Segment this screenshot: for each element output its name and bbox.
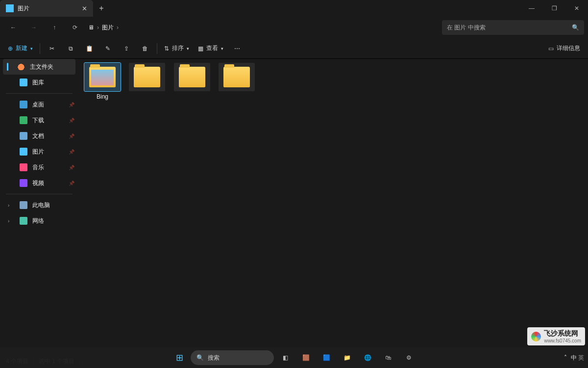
sidebar-item-music[interactable]: 音乐📌 [0, 159, 78, 175]
close-button[interactable]: ✕ [565, 0, 588, 17]
search-placeholder: 在 图片 中搜索 [447, 24, 486, 32]
folder-item[interactable] [172, 63, 212, 91]
status-bar: 4 个项目 选中 1 个项目 ☰ Bing 属性 ✕ 常规 共享 安全 以前的版… [0, 354, 588, 368]
tab-pictures[interactable]: 图片 ✕ [0, 0, 93, 17]
copy-icon: ⧉ [69, 45, 73, 52]
details-pane-button[interactable]: ▭ 详细信息 [544, 41, 584, 56]
share-icon: ⇪ [124, 45, 129, 52]
chevron-down-icon: ▾ [221, 46, 223, 51]
new-button[interactable]: ⊕ 新建 ▾ [4, 41, 37, 56]
nav-up-button[interactable]: ↑ [45, 20, 64, 35]
pictures-icon [6, 4, 14, 12]
pin-icon: 📌 [69, 149, 74, 155]
start-button[interactable]: ⊞ [170, 348, 189, 367]
nav-refresh-button[interactable]: ⟳ [66, 20, 84, 35]
more-button[interactable]: ⋯ [228, 41, 246, 56]
breadcrumb[interactable]: 🖥 › 图片 › [88, 24, 119, 32]
documents-icon [20, 132, 27, 140]
tray-chevron-icon[interactable]: ˄ [564, 354, 567, 361]
pictures-icon [20, 148, 27, 156]
sidebar-item-downloads[interactable]: 下载📌 [0, 112, 78, 128]
taskbar-search[interactable]: 🔍 搜索 [191, 350, 274, 365]
sidebar-item-documents[interactable]: 文档📌 [0, 128, 78, 144]
download-icon [20, 116, 27, 124]
folder-grid[interactable]: Bing [78, 59, 588, 354]
video-icon [20, 179, 27, 187]
details-icon: ▭ [548, 45, 554, 52]
minimize-button[interactable]: — [520, 0, 543, 17]
search-icon: 🔍 [196, 354, 204, 361]
nav-back-button[interactable]: ← [4, 20, 23, 35]
rename-button[interactable]: ✎ [99, 41, 117, 56]
taskbar-store[interactable]: 🛍 [379, 348, 397, 367]
chevron-right-icon: › [8, 218, 13, 224]
breadcrumb-seg[interactable]: 图片 [102, 24, 114, 32]
taskbar-app[interactable]: 🟦 [317, 348, 336, 367]
sidebar-item-desktop[interactable]: 桌面📌 [0, 97, 78, 112]
monitor-icon: 🖥 [88, 24, 94, 31]
plus-circle-icon: ⊕ [8, 45, 13, 52]
pin-icon: 📌 [69, 181, 74, 186]
separator [40, 43, 40, 54]
taskbar: ⊞ 🔍 搜索 ◧ 🟫 🟦 📁 🌐 🛍 ⚙ ˄ 中 英 [0, 347, 588, 368]
separator [157, 43, 157, 54]
folder-item[interactable] [217, 63, 257, 91]
sidebar-item-home[interactable]: 主文件夹 [3, 59, 75, 75]
taskbar-app[interactable]: 🟫 [296, 348, 315, 367]
taskbar-settings[interactable]: ⚙ [399, 348, 418, 367]
maximize-button[interactable]: ❐ [543, 0, 565, 17]
pin-icon: 📌 [69, 133, 74, 139]
music-icon [20, 163, 27, 171]
sort-button[interactable]: ⇅ 排序 ▾ [160, 41, 193, 56]
sidebar-item-gallery[interactable]: 图库 [0, 75, 78, 90]
folder-item[interactable] [127, 63, 167, 91]
tab-close-icon[interactable]: ✕ [82, 5, 87, 12]
view-button[interactable]: ▦ 查看 ▾ [194, 41, 227, 56]
view-icon: ▦ [198, 45, 203, 52]
search-input[interactable]: 在 图片 中搜索 🔍 [442, 20, 584, 35]
desktop-icon [20, 101, 27, 108]
windows-icon: ⊞ [176, 352, 183, 363]
watermark: 飞沙系统网 www.fs0745.com [527, 327, 585, 345]
paste-button[interactable]: 📋 [80, 41, 98, 56]
rename-icon: ✎ [105, 45, 110, 52]
taskbar-edge[interactable]: 🌐 [358, 348, 377, 367]
pin-icon: 📌 [69, 118, 74, 123]
share-button[interactable]: ⇪ [118, 41, 135, 56]
sidebar-item-this-pc[interactable]: ›此电脑 [0, 197, 78, 213]
taskbar-explorer[interactable]: 📁 [338, 348, 356, 367]
watermark-logo-icon [531, 332, 541, 342]
delete-button[interactable]: 🗑 [136, 41, 154, 56]
search-icon: 🔍 [572, 24, 579, 31]
paste-icon: 📋 [86, 45, 93, 52]
trash-icon: 🗑 [142, 45, 148, 52]
sort-icon: ⇅ [164, 45, 169, 52]
cut-button[interactable]: ✂ [43, 41, 61, 56]
chevron-right-icon: › [8, 203, 13, 208]
pc-icon [20, 201, 27, 209]
nav-forward-button[interactable]: → [24, 20, 43, 35]
folder-bing[interactable]: Bing [82, 63, 122, 100]
copy-button[interactable]: ⧉ [62, 41, 79, 56]
pin-icon: 📌 [69, 165, 74, 170]
sidebar-item-pictures[interactable]: 图片📌 [0, 144, 78, 159]
home-icon [17, 63, 25, 71]
titlebar: 图片 ✕ + — ❐ ✕ [0, 0, 588, 17]
task-view-button[interactable]: ◧ [276, 348, 294, 367]
sidebar-item-videos[interactable]: 视频📌 [0, 175, 78, 191]
sidebar-item-network[interactable]: ›网络 [0, 213, 78, 229]
ime-indicator[interactable]: 中 英 [571, 354, 584, 362]
chevron-down-icon: ▾ [187, 46, 189, 51]
address-bar: ← → ↑ ⟳ 🖥 › 图片 › 在 图片 中搜索 🔍 [0, 17, 588, 38]
pin-icon: 📌 [69, 102, 74, 107]
chevron-down-icon: ▾ [30, 46, 33, 51]
toolbar: ⊕ 新建 ▾ ✂ ⧉ 📋 ✎ ⇪ 🗑 ⇅ 排序 ▾ ▦ 查看 ▾ ⋯ ▭ 详细信… [0, 38, 588, 59]
tab-title: 图片 [18, 4, 29, 13]
chevron-right-icon: › [97, 24, 99, 31]
gallery-icon [20, 79, 27, 86]
cut-icon: ✂ [49, 45, 54, 52]
new-tab-button[interactable]: + [93, 0, 110, 17]
chevron-right-icon: › [117, 24, 119, 31]
network-icon [20, 217, 27, 225]
window-controls: — ❐ ✕ [520, 0, 588, 17]
